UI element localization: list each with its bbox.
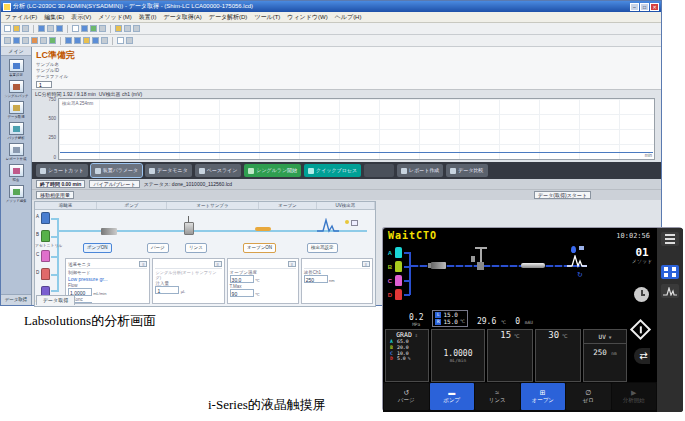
minimize-button[interactable]: – <box>630 3 639 11</box>
toolbar-icon[interactable] <box>65 37 72 44</box>
toolbar-icon[interactable] <box>72 25 79 32</box>
chromatogram-plot[interactable]: 検出器A 254nm min <box>58 98 655 160</box>
zero-button[interactable]: ∅ゼロ <box>566 383 611 410</box>
acquisition-tab[interactable]: データ取得 <box>36 295 75 305</box>
menu-window[interactable]: ウィンドウ(W) <box>287 12 327 22</box>
toolbar-blank-button[interactable] <box>364 164 394 177</box>
sidebar-item-batch-analysis[interactable]: バッチ解析 <box>1 122 31 140</box>
eluent-bottle-a[interactable] <box>41 212 50 224</box>
oven-temp-field[interactable]: 30.0 <box>230 275 254 283</box>
method-indicator[interactable]: 01 メソッド <box>629 248 655 264</box>
oven-button[interactable]: ⊞オーブン <box>521 383 566 410</box>
sidebar-item-method-edit[interactable]: メソッド編集 <box>1 185 31 203</box>
solvent-a[interactable]: A <box>387 247 402 258</box>
start-analysis-button[interactable]: ▶分析開始 <box>612 383 657 410</box>
toolbar-icon[interactable] <box>99 25 106 32</box>
toolbar-icon[interactable] <box>117 37 124 44</box>
toolbar-icon[interactable] <box>13 37 20 44</box>
toolbar-icon[interactable] <box>126 37 133 44</box>
toolbar-icon[interactable] <box>115 25 122 32</box>
toolbar-icon[interactable] <box>47 25 54 32</box>
panel-menu-icon[interactable]: ≡ <box>139 261 147 267</box>
menu-edit[interactable]: 編集(E) <box>44 12 64 22</box>
panel-menu-icon[interactable]: ≡ <box>362 261 370 267</box>
pump-on-button[interactable]: ポンプON <box>83 243 112 253</box>
toolbar-icon[interactable] <box>133 25 140 32</box>
sidebar-item-report[interactable]: レポート作成 <box>1 143 31 161</box>
flow-rate-box[interactable]: 1.0000 mL/min <box>431 329 485 382</box>
cooler-temp-box[interactable]: 15℃ <box>487 329 533 382</box>
purge-button[interactable]: ↺パージ <box>384 383 429 410</box>
sidebar-item-instrument[interactable]: 装置設定 <box>1 59 31 77</box>
menu-help[interactable]: ヘルプ(H) <box>335 12 362 22</box>
quick-process-button[interactable]: クイックプロセス <box>304 164 361 177</box>
title-bar[interactable]: 分析 (LC-2030C 3D ADMIN(SYSADMIN)) - データ取得… <box>1 1 661 12</box>
sidebar-item-single-batch[interactable]: シングルバッチ <box>1 80 31 98</box>
oven-temp-box[interactable]: 30℃ <box>535 329 581 382</box>
sidebar-item-browse[interactable]: 照会 <box>1 164 31 182</box>
sidebar-bottom-tab[interactable]: データ取得 <box>1 294 31 305</box>
menu-file[interactable]: ファイル(F) <box>5 12 37 22</box>
toolbar-icon[interactable] <box>101 37 108 44</box>
sidebar-item-acquisition[interactable]: データ取得 <box>1 101 31 119</box>
toolbar-icon[interactable] <box>74 37 81 44</box>
flow-view-button[interactable] <box>661 265 679 279</box>
eluent-bottle-b[interactable] <box>41 230 50 242</box>
baseline-button[interactable]: ベースライン <box>195 164 242 177</box>
chromatogram-view-button[interactable] <box>661 284 679 298</box>
toolbar-icon[interactable] <box>81 25 88 32</box>
purge-button[interactable]: パージ <box>147 243 169 253</box>
toolbar-icon[interactable] <box>22 25 29 32</box>
detector-box[interactable]: UV▼ 250 nm <box>583 329 627 382</box>
shortcut-button[interactable]: ショートカット <box>36 164 88 177</box>
sample-id-field[interactable]: 1 <box>36 81 52 88</box>
oven-on-button[interactable]: オーブンON <box>243 243 276 253</box>
mobile-phase-usage-button[interactable]: 移動相使用量 <box>36 191 74 199</box>
menu-instrument[interactable]: 装置(I) <box>139 12 157 22</box>
timer-icon[interactable] <box>634 287 649 302</box>
pump-button[interactable]: ▬ポンプ <box>430 383 475 410</box>
data-start-button[interactable]: データ(取得)スタート <box>534 191 591 199</box>
toolbar-icon[interactable] <box>83 37 90 44</box>
vial-plate-button[interactable]: バイアル/プレート <box>89 180 139 188</box>
menu-acquisition[interactable]: データ取得(A) <box>163 12 201 22</box>
maximize-button[interactable]: □ <box>640 3 649 11</box>
solvent-c[interactable]: C <box>387 275 402 286</box>
toolbar-icon[interactable] <box>13 25 20 32</box>
assistant-bar-header[interactable]: メイン <box>1 47 31 56</box>
data-compare-button[interactable]: データ比較 <box>446 164 487 177</box>
close-button[interactable]: ✕ <box>650 3 659 11</box>
toolbar-icon[interactable] <box>31 37 38 44</box>
detector-settings-button[interactable]: 検出器設定 <box>307 243 338 253</box>
toolbar-icon[interactable] <box>38 25 45 32</box>
tmax-field[interactable]: 90 <box>230 289 254 297</box>
eluent-bottle-c[interactable] <box>41 250 50 262</box>
toolbar-icon[interactable] <box>124 25 131 32</box>
toolbar-icon[interactable] <box>49 37 56 44</box>
toolbar-icon[interactable] <box>22 37 29 44</box>
gradient-box[interactable]: GRAD⇕ A65.0 B20.0 C10.0 D5.0% <box>385 329 429 382</box>
rinse-button[interactable]: リンス <box>185 243 207 253</box>
toolbar-icon[interactable] <box>40 37 47 44</box>
menu-button[interactable] <box>661 232 679 246</box>
pump-mode-link[interactable]: Low pressure gr... <box>68 276 147 282</box>
menu-tools[interactable]: ツール(T) <box>254 12 280 22</box>
toolbar-icon[interactable] <box>4 25 11 32</box>
rinse-button[interactable]: ≈リンス <box>475 383 520 410</box>
data-monitor-button[interactable]: データモニタ <box>145 164 192 177</box>
injection-volume-field[interactable]: 1 <box>155 286 179 294</box>
panel-menu-icon[interactable]: ≡ <box>288 261 296 267</box>
toolbar-icon[interactable] <box>4 37 11 44</box>
panel-menu-icon[interactable]: ≡ <box>214 261 222 267</box>
report-button[interactable]: レポート作成 <box>397 164 443 177</box>
menu-view[interactable]: 表示(V) <box>71 12 91 22</box>
instrument-parameters-button[interactable]: 装置パラメータ <box>91 164 142 177</box>
toolbar-icon[interactable] <box>92 37 99 44</box>
menu-method[interactable]: メソッド(M) <box>98 12 132 22</box>
solvent-b[interactable]: B <box>387 261 402 272</box>
toolbar-icon[interactable] <box>56 25 63 32</box>
eluent-bottle-d[interactable] <box>41 268 50 280</box>
single-run-start-button[interactable]: シングルラン開始 <box>244 164 301 177</box>
end-time-field[interactable]: 終了時間 0.00 min <box>36 180 85 188</box>
solvent-d[interactable]: D <box>387 289 402 300</box>
